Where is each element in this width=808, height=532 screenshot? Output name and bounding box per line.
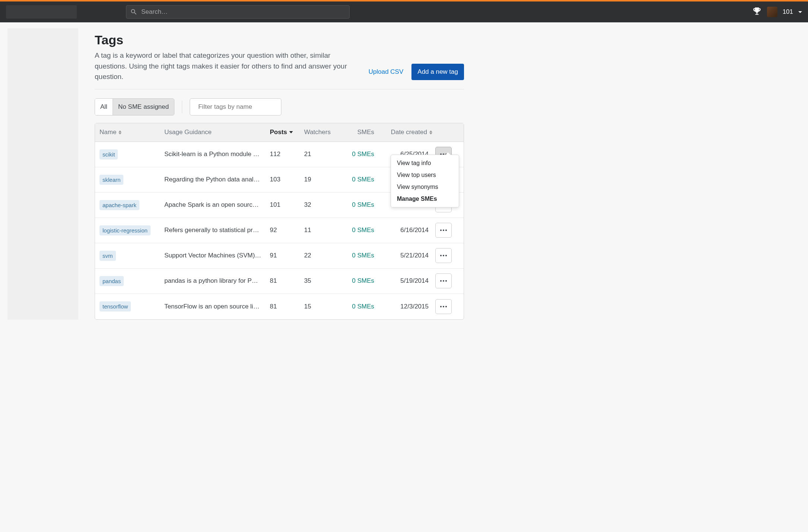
cell-usage: Regarding the Python data analysi…: [164, 176, 270, 183]
avatar[interactable]: [767, 7, 777, 17]
row-actions-button[interactable]: [435, 248, 452, 263]
cell-usage: Support Vector Machines (SVM) a…: [164, 252, 270, 259]
cell-watchers: 11: [304, 227, 344, 234]
col-watchers-header[interactable]: Watchers: [304, 129, 344, 136]
cell-name: scikit: [95, 149, 164, 159]
cell-name: svm: [95, 251, 164, 261]
search-input[interactable]: [141, 8, 345, 16]
search-container[interactable]: [126, 5, 350, 19]
table-row: logistic-regression Refers generally to …: [95, 218, 464, 243]
cell-actions: [435, 299, 464, 314]
cell-name: logistic-regression: [95, 225, 164, 235]
chevron-down-icon[interactable]: [798, 11, 802, 13]
tag-link[interactable]: scikit: [100, 149, 118, 159]
tags-table: Name Usage Guidance Posts Watchers SMEs …: [95, 123, 464, 320]
cell-name: tensorflow: [95, 301, 164, 311]
cell-smes: 0 SMEs: [344, 201, 374, 209]
header-text: Tags A tag is a keyword or label that ca…: [95, 33, 348, 82]
more-icon: [440, 229, 447, 231]
more-icon: [440, 280, 447, 282]
cell-actions: [435, 223, 464, 238]
filter-segmented-control: All No SME assigned: [95, 98, 174, 115]
cell-watchers: 35: [304, 277, 344, 285]
cell-date: 6/16/2014: [374, 227, 435, 234]
popover-view-top[interactable]: View top users: [391, 169, 459, 181]
col-posts-header[interactable]: Posts: [270, 129, 304, 136]
usage-text: Refers generally to statistical proc…: [164, 227, 269, 234]
tag-link[interactable]: apache-spark: [100, 200, 139, 210]
sidebar: [7, 28, 78, 320]
cell-smes: 0 SMEs: [344, 227, 374, 234]
reputation-score: 101: [783, 8, 793, 16]
seg-no-sme-button[interactable]: No SME assigned: [113, 99, 174, 115]
tag-link[interactable]: svm: [100, 251, 116, 261]
sort-down-icon: [289, 131, 293, 133]
header-actions: Upload CSV Add a new tag: [369, 64, 464, 82]
seg-all-button[interactable]: All: [95, 99, 113, 115]
search-icon: [130, 8, 138, 16]
table-row: tensorflow TensorFlow is an open source …: [95, 294, 464, 319]
cell-watchers: 19: [304, 176, 344, 183]
cell-name: pandas: [95, 276, 164, 286]
row-actions-button[interactable]: [435, 223, 452, 238]
tag-link[interactable]: tensorflow: [100, 301, 131, 311]
cell-posts: 91: [270, 252, 304, 259]
cell-actions: [435, 248, 464, 263]
row-actions-popover: View tag info View top users View synony…: [391, 155, 459, 208]
cell-smes: 0 SMEs: [344, 252, 374, 259]
col-name-label: Name: [100, 129, 116, 136]
popover-manage-smes[interactable]: Manage SMEs: [391, 193, 459, 205]
cell-smes: 0 SMEs: [344, 176, 374, 183]
tag-link[interactable]: sklearn: [100, 175, 123, 185]
col-date-label: Date created: [391, 129, 427, 136]
smes-link[interactable]: 0 SMEs: [352, 303, 374, 310]
filter-input[interactable]: [198, 103, 277, 111]
cell-posts: 81: [270, 303, 304, 310]
popover-view-syn[interactable]: View synonyms: [391, 181, 459, 193]
usage-text: Regarding the Python data analysi…: [164, 176, 269, 183]
cell-watchers: 22: [304, 252, 344, 259]
row-actions-button[interactable]: [435, 273, 452, 288]
cell-smes: 0 SMEs: [344, 303, 374, 310]
col-name-header[interactable]: Name: [95, 129, 164, 136]
page-header: Tags A tag is a keyword or label that ca…: [95, 33, 464, 89]
trophy-icon[interactable]: [752, 7, 762, 17]
cell-name: sklearn: [95, 175, 164, 185]
topbar: 101: [0, 1, 808, 22]
cell-posts: 101: [270, 201, 304, 209]
more-icon: [440, 306, 447, 307]
tag-link[interactable]: pandas: [100, 276, 124, 286]
filter-container[interactable]: [190, 98, 281, 115]
smes-link[interactable]: 0 SMEs: [352, 201, 374, 208]
upload-csv-link[interactable]: Upload CSV: [369, 68, 404, 76]
page-body: Tags A tag is a keyword or label that ca…: [0, 22, 808, 320]
topbar-right: 101: [752, 7, 802, 17]
col-date-header[interactable]: Date created: [374, 129, 435, 136]
cell-watchers: 21: [304, 151, 344, 158]
usage-text: TensorFlow is an open source libr…: [164, 303, 269, 310]
table-row: svm Support Vector Machines (SVM) a… 91 …: [95, 243, 464, 269]
cell-date: 12/3/2015: [374, 303, 435, 310]
smes-link[interactable]: 0 SMEs: [352, 151, 374, 158]
cell-smes: 0 SMEs: [344, 277, 374, 285]
page-title: Tags: [95, 33, 348, 47]
col-usage-header[interactable]: Usage Guidance: [164, 129, 270, 136]
col-posts-label: Posts: [270, 129, 287, 136]
cell-watchers: 32: [304, 201, 344, 209]
toolbar: All No SME assigned: [95, 98, 464, 115]
smes-link[interactable]: 0 SMEs: [352, 277, 374, 284]
popover-view-info[interactable]: View tag info: [391, 157, 459, 169]
sort-arrows-icon: [429, 130, 432, 134]
smes-link[interactable]: 0 SMEs: [352, 252, 374, 259]
col-smes-header[interactable]: SMEs: [344, 129, 374, 136]
smes-link[interactable]: 0 SMEs: [352, 227, 374, 234]
row-actions-button[interactable]: [435, 299, 452, 314]
cell-watchers: 15: [304, 303, 344, 310]
logo-placeholder[interactable]: [6, 5, 77, 19]
smes-link[interactable]: 0 SMEs: [352, 176, 374, 183]
usage-text: pandas is a python library for Pan…: [164, 277, 269, 285]
add-tag-button[interactable]: Add a new tag: [411, 64, 464, 80]
cell-name: apache-spark: [95, 200, 164, 210]
tag-link[interactable]: logistic-regression: [100, 225, 151, 235]
cell-posts: 92: [270, 227, 304, 234]
